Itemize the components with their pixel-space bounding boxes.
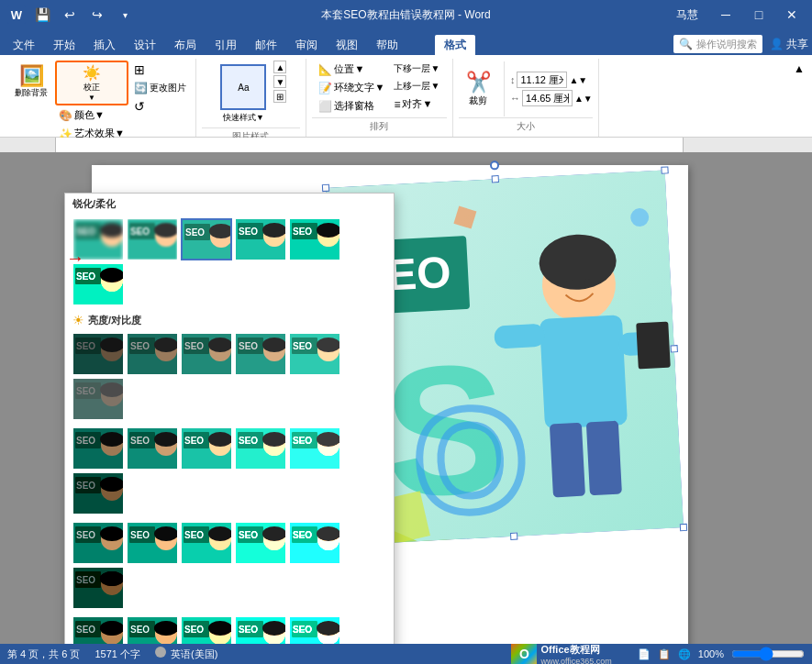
svg-point-71: [262, 338, 285, 352]
bright-3-5[interactable]: SEO: [289, 522, 340, 564]
handle-top-right[interactable]: [661, 166, 668, 173]
bright-2-1[interactable]: SEO: [72, 427, 124, 470]
svg-text:SEO: SEO: [239, 341, 258, 351]
remove-background-btn[interactable]: 🖼️ 删除背景: [9, 61, 53, 102]
bright-3-2[interactable]: SEO: [127, 522, 178, 564]
align-btn[interactable]: ≡ 对齐▼: [390, 95, 443, 113]
bright-2-5[interactable]: SEO: [289, 427, 340, 470]
bright-4-4[interactable]: SEO: [235, 616, 286, 644]
bright-4-2[interactable]: SEO: [127, 616, 178, 644]
color-btn[interactable]: 🎨 颜色▼: [55, 106, 128, 124]
bright-1-6[interactable]: SEO: [72, 378, 124, 420]
sharpen-item-4[interactable]: SEO: [235, 218, 286, 260]
tab-design[interactable]: 设计: [125, 35, 165, 55]
bright-3-6[interactable]: SEO: [72, 567, 124, 609]
brightness-section-header: ☀ 亮度/对比度: [65, 309, 394, 329]
compress-btn[interactable]: ⊞: [130, 61, 190, 79]
bright-2-2[interactable]: SEO: [127, 427, 178, 470]
save-btn[interactable]: 💾: [29, 2, 55, 28]
svg-point-51: [100, 268, 123, 282]
correct-btn[interactable]: ☀️ 校正 ▼: [55, 61, 128, 105]
crop-btn[interactable]: ✂️ 裁剪: [459, 69, 498, 109]
tab-mailings[interactable]: 邮件: [246, 35, 286, 55]
bright-2-6[interactable]: SEO: [72, 472, 124, 515]
minimize-btn[interactable]: ─: [713, 2, 739, 28]
svg-point-166: [317, 621, 339, 636]
svg-text:SEO: SEO: [130, 227, 150, 237]
undo-btn[interactable]: ↩: [57, 2, 83, 28]
tab-insert[interactable]: 插入: [84, 35, 125, 55]
tab-format[interactable]: 格式: [435, 35, 475, 55]
style-more-btn[interactable]: ⊞: [273, 90, 286, 103]
bright-4-5[interactable]: SEO: [289, 616, 340, 644]
bright-3-3[interactable]: SEO: [181, 522, 232, 564]
handle-mid-right[interactable]: [671, 345, 678, 352]
view-web-btn[interactable]: 🌐: [678, 648, 691, 660]
sharpen-item-6[interactable]: SEO: [72, 263, 124, 305]
tab-help[interactable]: 帮助: [367, 35, 407, 55]
quick-style-btn[interactable]: Aa 快速样式▼: [215, 61, 272, 127]
quick-access-toolbar[interactable]: 💾 ↩ ↪ ▾: [29, 2, 138, 28]
position-btn[interactable]: 📐 位置▼: [315, 61, 388, 78]
status-right: O Office教程网 www.office365.com 📄 📋 🌐 100%: [511, 641, 805, 664]
svg-point-91: [154, 432, 177, 447]
share-btn[interactable]: 👤 共享: [770, 37, 808, 52]
select-pane-btn[interactable]: ⬜ 选择窗格: [315, 97, 388, 115]
tab-file[interactable]: 文件: [4, 35, 44, 55]
view-reading-btn[interactable]: 📋: [658, 648, 671, 660]
sharpen-item-2[interactable]: SEO: [127, 218, 178, 260]
send-backward-btn[interactable]: 上移一层▼: [390, 78, 443, 94]
search-box[interactable]: 🔍 操作说明搜索: [673, 35, 762, 53]
handle-bottom-mid[interactable]: [510, 533, 517, 540]
close-btn[interactable]: ✕: [779, 2, 805, 28]
svg-rect-12: [494, 324, 545, 349]
sharpen-item-5[interactable]: SEO: [289, 218, 340, 260]
svg-text:SEO: SEO: [293, 341, 312, 351]
bright-1-4[interactable]: SEO: [235, 333, 286, 375]
bright-2-3[interactable]: SEO: [181, 427, 232, 470]
tab-home[interactable]: 开始: [44, 35, 84, 55]
style-down-btn[interactable]: ▼: [273, 75, 286, 88]
width-spin[interactable]: ▲▼: [574, 94, 593, 104]
bright-3-1[interactable]: SEO: [72, 522, 124, 564]
tab-references[interactable]: 引用: [206, 35, 246, 55]
bright-4-1[interactable]: SEO: [72, 616, 124, 644]
view-normal-btn[interactable]: 📄: [638, 648, 651, 660]
svg-text:SEO: SEO: [76, 271, 95, 282]
sharpen-item-3[interactable]: SEO: [181, 218, 232, 260]
handle-top-mid[interactable]: [492, 175, 499, 183]
bright-4-3[interactable]: SEO: [181, 616, 232, 644]
tab-view[interactable]: 视图: [327, 35, 367, 55]
svg-text:SEO: SEO: [76, 436, 95, 446]
bright-1-5[interactable]: SEO: [289, 333, 340, 375]
bright-2-4[interactable]: SEO: [235, 427, 286, 470]
tab-review[interactable]: 审阅: [286, 35, 327, 55]
bright-1-2[interactable]: SEO: [127, 333, 178, 375]
ribbon-tabs: 文件 开始 插入 设计 布局 引用 邮件 审阅 视图 帮助 格式 🔍 操作说明搜…: [0, 29, 812, 55]
style-up-btn[interactable]: ▲: [273, 61, 286, 73]
svg-text:SEO: SEO: [76, 575, 95, 585]
restore-btn[interactable]: □: [746, 2, 772, 28]
reset-btn[interactable]: ↺: [130, 97, 190, 116]
svg-text:SEO: SEO: [130, 341, 150, 351]
page-info: 第 4 页，共 6 页: [7, 647, 80, 661]
change-picture-btn[interactable]: 🔄 更改图片: [130, 80, 190, 96]
redo-btn[interactable]: ↪: [84, 2, 110, 28]
handle-bottom-right[interactable]: [680, 524, 687, 531]
handle-top-left[interactable]: [322, 184, 329, 192]
title-bar-right: 马慧 ─ □ ✕: [676, 2, 805, 28]
zoom-slider[interactable]: [731, 647, 805, 661]
collapse-ribbon-btn[interactable]: ▲: [790, 59, 808, 137]
bring-forward-btn[interactable]: 下移一层▼: [390, 61, 443, 77]
customize-btn[interactable]: ▾: [112, 2, 138, 28]
height-spin[interactable]: ▲▼: [569, 75, 587, 85]
bright-1-3[interactable]: SEO: [181, 333, 232, 375]
bring-forward-label: 下移一层▼: [394, 62, 439, 75]
wrap-text-btn[interactable]: 📝 环绕文字▼: [315, 79, 388, 96]
width-input[interactable]: [522, 90, 573, 106]
height-input[interactable]: [517, 72, 567, 88]
tab-layout[interactable]: 布局: [165, 35, 206, 55]
bright-1-1[interactable]: SEO: [72, 333, 124, 375]
bright-3-4[interactable]: SEO: [235, 522, 286, 564]
svg-point-126: [208, 526, 231, 541]
